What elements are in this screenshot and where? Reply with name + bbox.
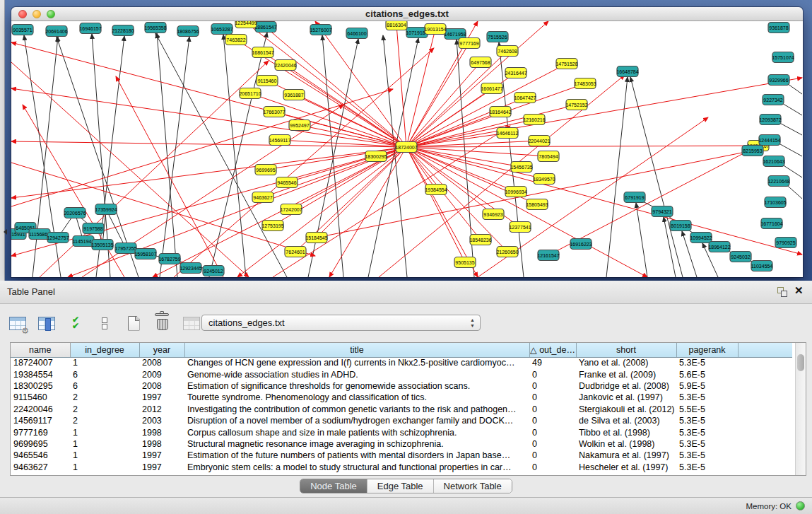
table-cell[interactable]: Embryonic stem cells: a model to study s… bbox=[184, 462, 529, 473]
table-cell[interactable]: 1997 bbox=[139, 462, 184, 473]
graph-node[interactable]: 18724007 bbox=[395, 142, 417, 153]
graph-node[interactable]: 8019158 bbox=[670, 221, 691, 231]
graph-node[interactable]: 9794321 bbox=[652, 206, 673, 217]
table-cell[interactable]: 0 bbox=[529, 438, 576, 450]
table-cell[interactable] bbox=[738, 368, 792, 380]
graph-node[interactable]: 9361887 bbox=[283, 90, 305, 100]
graph-node[interactable]: 21260650 bbox=[496, 247, 518, 257]
graph-node[interactable]: 17242007 bbox=[280, 204, 302, 215]
graph-node[interactable]: 12377541 bbox=[509, 222, 531, 233]
table-cell[interactable]: 19384554 bbox=[11, 368, 70, 380]
table-cell[interactable]: 1 bbox=[70, 462, 139, 473]
graph-node[interactable]: 8215953 bbox=[742, 146, 763, 156]
graph-node[interactable]: 9197588 bbox=[83, 223, 104, 234]
table-cell[interactable]: Tibbo et al. (1998) bbox=[576, 426, 676, 438]
table-cell[interactable]: Tourette syndrome. Phenomenology and cla… bbox=[184, 392, 529, 403]
table-cell[interactable]: Stergiakouli et al. (2012) bbox=[576, 404, 676, 415]
table-cell[interactable]: 1 bbox=[70, 450, 139, 461]
table-cell[interactable]: 2012 bbox=[139, 404, 184, 415]
network-graph-canvas[interactable]: 9035571 20691406 16946157 21228180 19565… bbox=[11, 21, 803, 277]
table-row[interactable]: 1830029562008Estimation of significance … bbox=[11, 380, 792, 392]
graph-node[interactable]: 16861547 bbox=[252, 47, 273, 58]
table-cell[interactable]: 0 bbox=[529, 415, 576, 426]
table-cell[interactable] bbox=[738, 438, 792, 450]
graph-node[interactable]: 15805493 bbox=[526, 199, 548, 210]
table-cell[interactable]: 0 bbox=[529, 404, 576, 415]
graph-node[interactable]: 10647427 bbox=[514, 93, 536, 103]
graph-node[interactable]: 7624601 bbox=[285, 247, 306, 257]
column-header-in-degree[interactable]: in_degree bbox=[70, 343, 139, 357]
table-cell[interactable]: 6 bbox=[70, 368, 139, 380]
table-cell[interactable] bbox=[738, 357, 792, 368]
graph-node[interactable]: 18300295 bbox=[365, 151, 387, 162]
table-cell[interactable]: Estimation of the future numbers of pati… bbox=[184, 450, 529, 461]
table-cell[interactable]: 5.3E-5 bbox=[676, 438, 738, 450]
table-cell[interactable]: 5.3E-5 bbox=[676, 462, 738, 473]
graph-node[interactable]: 14751528 bbox=[555, 59, 577, 69]
table-cell[interactable]: 5.3E-5 bbox=[676, 392, 738, 403]
graph-node[interactable]: 17359924 bbox=[95, 204, 117, 215]
graph-node[interactable]: 9346923 bbox=[483, 209, 504, 220]
graph-node[interactable]: 22420046 bbox=[274, 60, 296, 71]
table-cell[interactable]: 1 bbox=[70, 438, 139, 450]
table-cell[interactable]: 9465546 bbox=[11, 450, 70, 461]
graph-node[interactable]: 20651710 bbox=[239, 88, 261, 99]
close-panel-icon[interactable]: ✕ bbox=[794, 284, 804, 297]
table-cell[interactable]: 5.3E-5 bbox=[676, 426, 738, 438]
graph-node[interactable]: 15958107 bbox=[134, 249, 156, 259]
graph-node[interactable]: 9245032 bbox=[730, 252, 751, 262]
graph-node[interactable]: 14646112 bbox=[497, 128, 519, 139]
window-zoom-button[interactable] bbox=[47, 10, 55, 18]
table-row[interactable]: 911546021997Tourette syndrome. Phenomeno… bbox=[11, 392, 792, 403]
graph-node[interactable]: 9035571 bbox=[12, 25, 33, 35]
table-cell[interactable] bbox=[738, 404, 792, 415]
table-cell[interactable]: 9463627 bbox=[11, 462, 70, 473]
window-close-button[interactable] bbox=[18, 10, 27, 18]
table-cell[interactable]: 9115460 bbox=[11, 392, 70, 403]
table-cell[interactable]: 0 bbox=[529, 380, 576, 392]
graph-node[interactable]: 9952497 bbox=[289, 120, 310, 131]
table-cell[interactable]: 0 bbox=[529, 392, 576, 403]
table-cell[interactable]: 2008 bbox=[139, 380, 184, 392]
float-panel-icon[interactable] bbox=[777, 287, 788, 297]
table-cell[interactable]: 2003 bbox=[139, 415, 184, 426]
table-cell[interactable]: 5.3E-5 bbox=[676, 357, 738, 368]
graph-node[interactable]: 9699695 bbox=[255, 165, 276, 175]
column-header-year[interactable]: year bbox=[139, 343, 184, 357]
table-cell[interactable] bbox=[738, 426, 792, 438]
graph-node[interactable]: 18349570 bbox=[533, 174, 555, 185]
graph-node[interactable]: 21228180 bbox=[112, 25, 134, 36]
table-cell[interactable]: Franke et al. (2009) bbox=[576, 368, 676, 380]
table-cell[interactable]: 0 bbox=[529, 426, 576, 438]
table-cell[interactable]: 5.3E-5 bbox=[676, 415, 738, 426]
graph-node[interactable]: 20206576 bbox=[64, 208, 86, 218]
column-header-out-degree[interactable]: △ out_de… bbox=[529, 343, 576, 357]
table-cell[interactable]: 49 bbox=[529, 357, 576, 368]
table-cell[interactable]: 2 bbox=[70, 415, 139, 426]
table-cell[interactable]: 6 bbox=[70, 380, 139, 392]
graph-node[interactable]: 16061477 bbox=[481, 83, 502, 94]
column-header-title[interactable]: title bbox=[184, 343, 529, 357]
graph-node[interactable]: 7463822 bbox=[225, 35, 247, 45]
graph-node[interactable]: 17663077 bbox=[263, 107, 285, 117]
table-cell[interactable]: 2009 bbox=[139, 368, 184, 380]
table-row[interactable]: 1456911722003Disruption of a novel membe… bbox=[11, 415, 792, 426]
graph-node[interactable]: 9505135 bbox=[454, 257, 476, 268]
collapsed-left-panel[interactable] bbox=[0, 0, 5, 281]
table-cell[interactable]: 9777169 bbox=[11, 426, 70, 438]
graph-node[interactable]: 9465546 bbox=[276, 177, 298, 188]
table-cell[interactable]: Estimation of significance thresholds fo… bbox=[184, 380, 529, 392]
graph-node[interactable]: 8816304 bbox=[386, 21, 407, 30]
graph-node[interactable]: 9115460 bbox=[257, 76, 278, 86]
table-cell[interactable]: Hescheler et al. (1997) bbox=[576, 462, 676, 473]
table-cell[interactable]: 1997 bbox=[139, 392, 184, 403]
graph-node[interactable]: 15751074 bbox=[772, 52, 794, 63]
table-cell[interactable]: 5.6E-5 bbox=[676, 368, 738, 380]
table-cell[interactable]: 5.9E-5 bbox=[676, 380, 738, 392]
graph-node[interactable]: 12444154 bbox=[758, 135, 780, 146]
graph-node[interactable]: 18861547 bbox=[254, 22, 276, 33]
graph-node[interactable]: 15456735 bbox=[510, 162, 532, 173]
graph-node[interactable]: 13505135 bbox=[91, 240, 113, 250]
table-cell[interactable] bbox=[738, 462, 792, 473]
graph-node[interactable]: 12753195 bbox=[261, 221, 283, 231]
